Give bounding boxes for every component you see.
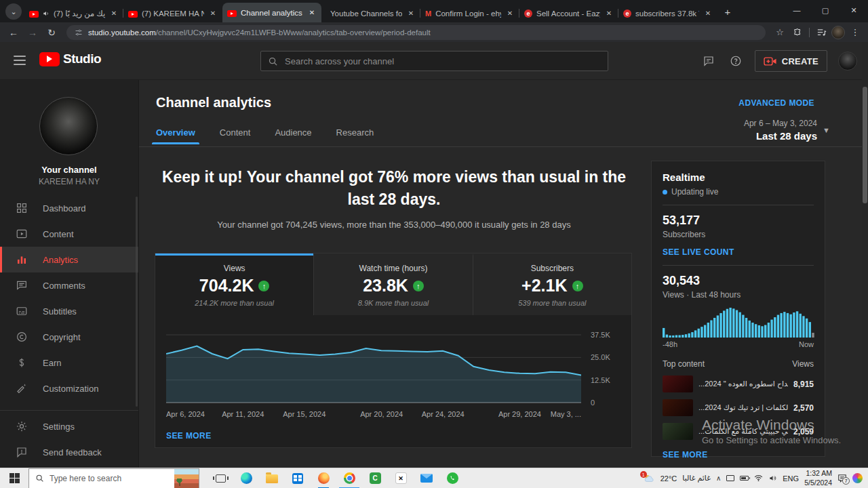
search-input[interactable] — [285, 56, 601, 66]
browser-tab-0[interactable]: (7) بوازيك من ريد بًا✕ — [24, 4, 123, 22]
feedback-icon[interactable] — [701, 53, 717, 69]
bookmark-star-icon[interactable]: ☆ — [772, 25, 787, 40]
volume-icon[interactable] — [768, 474, 777, 482]
channel-avatar[interactable] — [39, 97, 98, 155]
display-tray-icon[interactable] — [726, 475, 734, 481]
sidebar-item-content[interactable]: Content — [0, 221, 138, 247]
realtime-bar — [691, 332, 693, 338]
address-bar[interactable]: studio.youtube.com/channel/UCxyHwjgvvc24… — [66, 25, 766, 40]
new-tab-button[interactable]: + — [719, 3, 736, 20]
language-indicator[interactable]: ENG — [783, 474, 799, 483]
tab-close-icon[interactable]: ✕ — [208, 9, 218, 18]
tab-search-button[interactable]: ⌄ — [5, 3, 22, 20]
browser-tab-2[interactable]: Channel analytics - You✕ — [222, 3, 321, 22]
windows-taskbar: C✕ 1 22°C غائم غالبا ∧ ENG 1:32 AM 5/5/2… — [0, 468, 868, 488]
maximize-button[interactable]: ▢ — [811, 0, 840, 20]
see-live-count-link[interactable]: SEE LIVE COUNT — [663, 247, 814, 257]
views-line-chart[interactable] — [166, 331, 581, 406]
chevron-down-icon[interactable]: ▼ — [823, 126, 830, 134]
extensions-icon[interactable] — [790, 25, 805, 40]
battery-icon[interactable] — [740, 476, 749, 481]
taskbar-search-box[interactable] — [28, 468, 199, 488]
sidebar-item-dashboard[interactable]: Dashboard — [0, 195, 138, 221]
whatsapp-taskbar-icon[interactable] — [439, 468, 465, 488]
taskbar-search-input[interactable] — [50, 474, 169, 483]
top-content-row[interactable]: ...ي ان اغني حبيبتي كاملة مع الكلمات2,05… — [663, 423, 814, 440]
close-button[interactable]: ✕ — [840, 0, 868, 20]
tab-close-icon[interactable]: ✕ — [406, 9, 416, 18]
sidebar-item-settings[interactable]: Settings — [0, 413, 138, 439]
advanced-mode-link[interactable]: ADVANCED MODE — [738, 98, 814, 108]
browser-tab-1[interactable]: (7) KAREEM HA NY - Y✕ — [123, 4, 222, 22]
wifi-icon[interactable] — [754, 474, 763, 482]
sidebar-item-customization[interactable]: Customization — [0, 375, 138, 401]
weather-icon[interactable]: 1 — [644, 474, 655, 483]
account-avatar[interactable] — [838, 52, 857, 70]
back-button[interactable]: ← — [5, 24, 22, 41]
sidebar-item-copyright[interactable]: Copyright — [0, 324, 138, 350]
browser-profile-avatar[interactable] — [831, 26, 845, 39]
weather-label[interactable]: غائم غالبا — [682, 474, 711, 483]
camtasia-taskbar-icon[interactable]: C — [362, 468, 388, 488]
realtime-bar — [682, 335, 684, 338]
capcut-taskbar-icon[interactable]: ✕ — [388, 468, 414, 488]
tab-close-icon[interactable]: ✕ — [703, 9, 713, 18]
sidebar-item-send-feedback[interactable]: Send feedback — [0, 439, 138, 465]
tab-overview[interactable]: Overview — [156, 127, 195, 144]
page-scrollbar[interactable] — [862, 42, 868, 468]
tab-close-icon[interactable]: ✕ — [307, 8, 317, 18]
sidebar-scrollbar[interactable] — [136, 197, 138, 407]
realtime-see-more-link[interactable]: SEE MORE — [663, 450, 814, 460]
metric-card-watch-time-hours-[interactable]: Watch time (hours)23.8K↑8.9K more than u… — [313, 253, 472, 315]
browser-menu-icon[interactable]: ⋮ — [848, 25, 863, 40]
sidebar-item-comments[interactable]: Comments — [0, 272, 138, 298]
temperature-label[interactable]: 22°C — [660, 474, 677, 483]
explorer-taskbar-icon[interactable] — [259, 468, 285, 488]
tab-close-icon[interactable]: ✕ — [109, 9, 119, 18]
start-button[interactable] — [0, 468, 28, 488]
mail-taskbar-icon[interactable] — [414, 468, 439, 488]
edge-taskbar-icon[interactable] — [233, 468, 259, 488]
tab-audio-icon[interactable] — [43, 10, 50, 17]
menu-hamburger-icon[interactable] — [14, 56, 26, 65]
forward-button[interactable]: → — [24, 24, 41, 41]
metric-card-views[interactable]: Views704.2K↑214.2K more than usual — [155, 253, 313, 315]
search-highlight-image[interactable] — [174, 469, 199, 488]
clock[interactable]: 1:32 AM 5/5/2024 — [804, 469, 832, 487]
browser-tab-6[interactable]: esubscribers 37.8k YouT✕ — [618, 4, 717, 22]
studio-logo[interactable]: Studio — [39, 52, 101, 66]
top-content-list: ...ل " المداح اسطوره العوده " 20248,915.… — [663, 375, 814, 440]
top-content-row[interactable]: ...ل " المداح اسطوره العوده " 20248,915 — [663, 375, 814, 392]
browser-tab-3[interactable]: Youtube Channels for S✕ — [321, 4, 420, 22]
tab-close-icon[interactable]: ✕ — [604, 9, 614, 18]
store-taskbar-icon[interactable] — [285, 468, 311, 488]
site-settings-icon[interactable] — [74, 25, 83, 40]
browser-tab-5[interactable]: eSell Account - EazyVira✕ — [519, 4, 618, 22]
scrollbar-thumb[interactable] — [863, 87, 867, 203]
metric-card-subscribers[interactable]: Subscribers+2.1K↑539 more than usual — [473, 253, 631, 315]
tab-research[interactable]: Research — [336, 127, 374, 144]
media-controls-icon[interactable] — [814, 25, 829, 40]
tab-content[interactable]: Content — [220, 127, 251, 144]
create-button[interactable]: CREATE — [755, 50, 827, 72]
sidebar-item-subtitles[interactable]: Subtitles — [0, 298, 138, 324]
realtime-bar-chart[interactable] — [663, 306, 815, 338]
studio-search-box[interactable] — [260, 51, 608, 71]
sidebar-item-earn[interactable]: Earn — [0, 350, 138, 375]
sidebar-item-analytics[interactable]: Analytics — [0, 247, 138, 272]
tray-expand-caret[interactable]: ∧ — [716, 474, 721, 482]
firefox-taskbar-icon[interactable] — [311, 468, 336, 488]
photos-tray-icon[interactable] — [852, 473, 863, 483]
tab-close-icon[interactable]: ✕ — [505, 9, 515, 18]
see-more-link[interactable]: SEE MORE — [166, 431, 212, 441]
browser-tab-4[interactable]: MConfirm Login - ehyhd✕ — [420, 4, 519, 22]
taskview-taskbar-icon[interactable] — [208, 468, 233, 488]
chrome-taskbar-icon[interactable] — [336, 468, 362, 488]
date-range-picker[interactable]: Apr 6 – May 3, 2024 Last 28 days — [744, 119, 817, 142]
notifications-icon[interactable]: 7 — [837, 474, 847, 483]
help-icon[interactable] — [728, 53, 744, 69]
tab-audience[interactable]: Audience — [275, 127, 311, 144]
reload-button[interactable]: ↻ — [43, 24, 60, 41]
minimize-button[interactable]: — — [783, 0, 811, 20]
top-content-row[interactable]: ...ملة بالكلمات | ترد تيك توك 20242,570 — [663, 399, 814, 416]
